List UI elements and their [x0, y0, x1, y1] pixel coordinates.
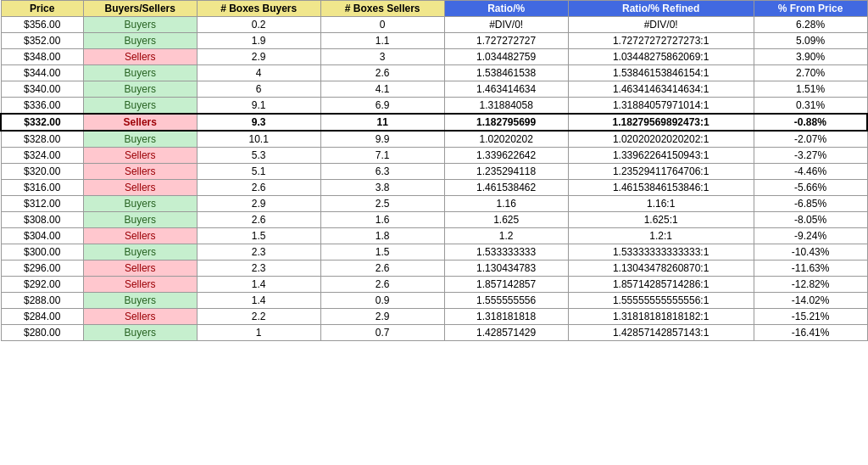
from-price-cell: -15.21% — [754, 309, 867, 325]
table-row: $332.00Sellers9.3111.1827956991.18279569… — [1, 114, 867, 131]
from-price-cell: -4.46% — [754, 164, 867, 180]
main-container: Price Buyers/Sellers # Boxes Buyers # Bo… — [0, 0, 868, 341]
boxes-sellers-cell: 1.6 — [320, 212, 444, 228]
ratio-refined-cell: 1.23529411764706:1 — [568, 164, 754, 180]
from-price-cell: -2.07% — [754, 131, 867, 148]
ratio-cell: 1.235294118 — [444, 164, 568, 180]
boxes-sellers-cell: 3.8 — [320, 180, 444, 196]
ratio-cell: 1.130434783 — [444, 261, 568, 277]
boxes-sellers-cell: 6.9 — [320, 98, 444, 115]
boxes-buyers-cell: 2.3 — [197, 244, 320, 261]
buyers-sellers-cell: Sellers — [83, 228, 197, 244]
price-cell: $316.00 — [1, 180, 83, 196]
ratio-cell: 1.461538462 — [444, 180, 568, 196]
ratio-cell: 1.318181818 — [444, 309, 568, 325]
ratio-refined-cell: 1.31884057971014:1 — [568, 98, 754, 115]
table-row: $292.00Sellers1.42.61.8571428571.8571428… — [1, 277, 867, 293]
boxes-sellers-cell: 2.6 — [320, 277, 444, 293]
ratio-cell: 1.034482759 — [444, 49, 568, 65]
boxes-sellers-cell: 2.6 — [320, 261, 444, 277]
ratio-refined-cell: 1.53333333333333:1 — [568, 244, 754, 261]
boxes-buyers-cell: 1 — [197, 325, 320, 341]
ratio-cell: 1.857142857 — [444, 277, 568, 293]
table-row: $312.00Buyers2.92.51.161.16:1-6.85% — [1, 196, 867, 212]
buyers-sellers-cell: Sellers — [83, 148, 197, 164]
ratio-cell: #DIV/0! — [444, 17, 568, 33]
ratio-cell: 1.2 — [444, 228, 568, 244]
header-ratio-refined: Ratio/% Refined — [568, 1, 754, 17]
boxes-sellers-cell: 0.9 — [320, 293, 444, 309]
ratio-refined-cell: 1.55555555555556:1 — [568, 293, 754, 309]
ratio-refined-cell: 1.33962264150943:1 — [568, 148, 754, 164]
table-row: $296.00Sellers2.32.61.1304347831.1304347… — [1, 261, 867, 277]
buyers-sellers-cell: Sellers — [83, 49, 197, 65]
header-buyers-sellers: Buyers/Sellers — [83, 1, 197, 17]
boxes-buyers-cell: 1.9 — [197, 33, 320, 49]
boxes-sellers-cell: 11 — [320, 114, 444, 131]
from-price-cell: 0.31% — [754, 98, 867, 115]
table-row: $288.00Buyers1.40.91.5555555561.55555555… — [1, 293, 867, 309]
ratio-refined-cell: 1.85714285714286:1 — [568, 277, 754, 293]
buyers-sellers-cell: Buyers — [83, 293, 197, 309]
table-row: $304.00Sellers1.51.81.21.2:1-9.24% — [1, 228, 867, 244]
from-price-cell: 3.90% — [754, 49, 867, 65]
boxes-buyers-cell: 2.6 — [197, 212, 320, 228]
boxes-buyers-cell: 1.4 — [197, 293, 320, 309]
ratio-refined-cell: 1.72727272727273:1 — [568, 33, 754, 49]
table-row: $328.00Buyers10.19.91.020202021.02020202… — [1, 131, 867, 148]
table-row: $324.00Sellers5.37.11.3396226421.3396226… — [1, 148, 867, 164]
boxes-sellers-cell: 7.1 — [320, 148, 444, 164]
ratio-refined-cell: 1.46153846153846:1 — [568, 180, 754, 196]
buyers-sellers-cell: Sellers — [83, 261, 197, 277]
table-row: $336.00Buyers9.16.91.318840581.318840579… — [1, 98, 867, 115]
ratio-cell: 1.428571429 — [444, 325, 568, 341]
buyers-sellers-cell: Sellers — [83, 164, 197, 180]
ratio-cell: 1.31884058 — [444, 98, 568, 115]
buyers-sellers-cell: Buyers — [83, 212, 197, 228]
from-price-cell: 1.51% — [754, 81, 867, 98]
price-cell: $284.00 — [1, 309, 83, 325]
buyers-sellers-cell: Sellers — [83, 277, 197, 293]
price-cell: $344.00 — [1, 65, 83, 81]
from-price-cell: -8.05% — [754, 212, 867, 228]
from-price-cell: 6.28% — [754, 17, 867, 33]
from-price-cell: -5.66% — [754, 180, 867, 196]
table-row: $284.00Sellers2.22.91.3181818181.3181818… — [1, 309, 867, 325]
ratio-refined-cell: 1.42857142857143:1 — [568, 325, 754, 341]
boxes-sellers-cell: 0.7 — [320, 325, 444, 341]
header-ratio: Ratio/% — [444, 1, 568, 17]
buyers-sellers-cell: Sellers — [83, 114, 197, 131]
ratio-refined-cell: 1.2:1 — [568, 228, 754, 244]
boxes-sellers-cell: 2.9 — [320, 309, 444, 325]
table-row: $348.00Sellers2.931.0344827591.034482758… — [1, 49, 867, 65]
header-from-price: % From Price — [754, 1, 867, 17]
price-cell: $356.00 — [1, 17, 83, 33]
ratio-cell: 1.463414634 — [444, 81, 568, 98]
ratio-cell: 1.727272727 — [444, 33, 568, 49]
ratio-cell: 1.16 — [444, 196, 568, 212]
from-price-cell: -14.02% — [754, 293, 867, 309]
price-table: Price Buyers/Sellers # Boxes Buyers # Bo… — [0, 0, 868, 341]
boxes-sellers-cell: 4.1 — [320, 81, 444, 98]
price-cell: $324.00 — [1, 148, 83, 164]
table-row: $340.00Buyers64.11.4634146341.4634146341… — [1, 81, 867, 98]
ratio-refined-cell: 1.18279569892473:1 — [568, 114, 754, 131]
buyers-sellers-cell: Buyers — [83, 98, 197, 115]
table-row: $344.00Buyers42.61.5384615381.5384615384… — [1, 65, 867, 81]
buyers-sellers-cell: Sellers — [83, 309, 197, 325]
price-cell: $308.00 — [1, 212, 83, 228]
price-cell: $328.00 — [1, 131, 83, 148]
table-row: $352.00Buyers1.91.11.7272727271.72727272… — [1, 33, 867, 49]
boxes-buyers-cell: 6 — [197, 81, 320, 98]
header-price: Price — [1, 1, 83, 17]
boxes-buyers-cell: 0.2 — [197, 17, 320, 33]
buyers-sellers-cell: Buyers — [83, 131, 197, 148]
ratio-cell: 1.339622642 — [444, 148, 568, 164]
price-cell: $312.00 — [1, 196, 83, 212]
ratio-refined-cell: 1.03448275862069:1 — [568, 49, 754, 65]
from-price-cell: -10.43% — [754, 244, 867, 261]
boxes-sellers-cell: 1.8 — [320, 228, 444, 244]
from-price-cell: -12.82% — [754, 277, 867, 293]
from-price-cell: -6.85% — [754, 196, 867, 212]
price-cell: $340.00 — [1, 81, 83, 98]
